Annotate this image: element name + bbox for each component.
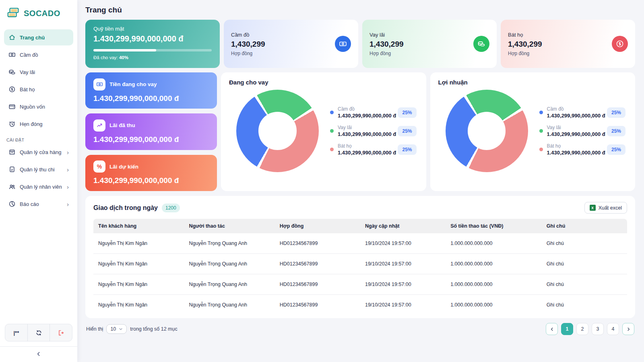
bat-ho-card: Bát họ 1,430,299 Hợp đồng bbox=[501, 20, 635, 68]
chevron-right-icon: › bbox=[67, 167, 69, 173]
card-title: Vay lãi bbox=[369, 32, 404, 38]
table-footer: Hiển thị 10 trong tổng số 12 mục 1 2 3 4 bbox=[86, 323, 634, 335]
receipt-icon bbox=[8, 166, 16, 173]
donut-chart bbox=[446, 90, 528, 172]
table-row[interactable]: Nguyễn Thị Kim NgânNguyễn Trọng Quang An… bbox=[93, 295, 627, 315]
column-header: Ngày cập nhật bbox=[360, 219, 446, 233]
page-size-select[interactable]: 10 bbox=[106, 324, 127, 334]
donut-chart bbox=[236, 90, 319, 172]
trending-up-icon bbox=[93, 119, 105, 132]
chevron-right-icon: › bbox=[67, 149, 69, 155]
sidebar-item-label: Cầm đồ bbox=[20, 52, 38, 58]
change-password-button[interactable]: |** bbox=[5, 324, 27, 341]
chart-legend: Cầm đồ 1.430,299,990,000,000 đ 25% Vay l… bbox=[539, 106, 626, 156]
column-header: Số tiền thao tác (VNĐ) bbox=[446, 219, 542, 233]
storefront-icon bbox=[8, 148, 16, 156]
sidebar-item-hen-dong[interactable]: Hẹn đóng bbox=[4, 116, 73, 132]
sidebar-item-label: Báo cáo bbox=[20, 201, 39, 207]
card-title: Lãi dự kiến bbox=[109, 164, 138, 170]
loaned-label: Đã cho vay: 40% bbox=[93, 55, 212, 60]
sidebar-item-nguon-von[interactable]: Nguồn vốn bbox=[4, 99, 73, 115]
chevron-down-icon bbox=[119, 327, 123, 331]
sidebar-item-label: Vay lãi bbox=[20, 69, 35, 75]
sidebar-item-cam-do[interactable]: Cầm đồ bbox=[4, 47, 73, 63]
brand-logo: SOCADO bbox=[0, 0, 77, 26]
sidebar-item-label: Quản lý cửa hàng bbox=[20, 149, 61, 155]
total-items-label: trong tổng số 12 mục bbox=[130, 326, 177, 332]
alarm-clock-icon bbox=[8, 120, 16, 128]
column-header: Người thao tác bbox=[184, 219, 275, 233]
loi-nhuan-chart-panel: Lợi nhuận Cầm đồ 1.430,299,990,000,000 đ… bbox=[430, 72, 636, 191]
home-icon bbox=[8, 34, 16, 41]
card-value: 1.430,299,990,000,000 đ bbox=[93, 135, 209, 144]
card-title: Lãi đã thu bbox=[109, 122, 135, 128]
stat-cards-row: Quỹ tiền mặt 1.430,299,990,000,000 đ Đã … bbox=[85, 20, 635, 68]
legend-item: Cầm đồ 1.430,299,990,000,000 đ 25% bbox=[330, 106, 417, 119]
chevron-left-icon bbox=[35, 351, 42, 357]
banknote-icon bbox=[93, 78, 105, 90]
sidebar-item-label: Trang chủ bbox=[20, 35, 45, 41]
legend-dot bbox=[330, 111, 334, 114]
wallet-icon bbox=[8, 103, 16, 110]
page-button-2[interactable]: 2 bbox=[576, 323, 588, 335]
tien-dang-cho-vay-card: Tiền đang cho vay 1.430,299,990,000,000 … bbox=[85, 72, 217, 109]
chart-title: Đang cho vay bbox=[229, 79, 418, 86]
sidebar-collapse-button[interactable] bbox=[0, 346, 77, 362]
legend-dot bbox=[539, 129, 543, 133]
transactions-count-badge: 1200 bbox=[162, 204, 180, 212]
banknote-icon bbox=[335, 36, 351, 52]
page-title: Trang chủ bbox=[85, 6, 635, 14]
percent-icon: % bbox=[93, 160, 105, 173]
charts-row: Tiền đang cho vay 1.430,299,990,000,000 … bbox=[85, 72, 635, 191]
sidebar-item-quan-ly-nhan-vien[interactable]: Quản lý nhân viên › bbox=[4, 179, 73, 195]
sidebar-item-bao-cao[interactable]: Báo cáo › bbox=[4, 196, 73, 212]
prev-page-button[interactable] bbox=[546, 323, 558, 335]
sidebar-item-quan-ly-thu-chi[interactable]: Quản lý thu chi › bbox=[4, 161, 73, 177]
sidebar-item-quan-ly-cua-hang[interactable]: Quản lý cửa hàng › bbox=[4, 144, 73, 160]
legend-dot bbox=[539, 148, 543, 151]
main-content: Trang chủ Quỹ tiền mặt 1.430,299,990,000… bbox=[77, 0, 644, 362]
dollar-circle-icon bbox=[8, 86, 16, 93]
percent-badge: 25% bbox=[398, 126, 416, 136]
percent-badge: 25% bbox=[607, 107, 625, 118]
card-unit: Hợp đồng bbox=[508, 51, 542, 56]
sidebar-item-vay-lai[interactable]: Vay lãi bbox=[4, 64, 73, 80]
dang-cho-vay-chart-panel: Đang cho vay Cầm đồ 1.430,299,990,000,00… bbox=[221, 72, 426, 191]
page-size-label: Hiển thị bbox=[86, 326, 103, 332]
transactions-table: Tên khách hàng Người thao tác Hợp đồng N… bbox=[93, 219, 627, 315]
sidebar-item-label: Nguồn vốn bbox=[20, 104, 45, 110]
excel-icon: x bbox=[590, 205, 596, 211]
legend-item: Bát họ 1.430,299,990,000,000 đ 25% bbox=[539, 143, 626, 156]
export-excel-button[interactable]: x Xuất excel bbox=[584, 202, 627, 214]
page-button-3[interactable]: 3 bbox=[592, 323, 604, 335]
table-row[interactable]: Nguyễn Thị Kim NgânNguyễn Trọng Quang An… bbox=[93, 254, 627, 274]
settings-section-label: CÀI ĐẶT bbox=[6, 138, 71, 142]
card-value: 1.430,299,990,000,000 đ bbox=[93, 176, 209, 185]
chevron-right-icon: › bbox=[67, 184, 69, 190]
main-nav: Trang chủ Cầm đồ Vay lãi Bát họ Nguồn vố… bbox=[0, 26, 77, 213]
page-button-4[interactable]: 4 bbox=[607, 323, 619, 335]
table-row[interactable]: Nguyễn Thị Kim NgânNguyễn Trọng Quang An… bbox=[93, 274, 627, 295]
sidebar-item-bat-ho[interactable]: Bát họ bbox=[4, 81, 73, 97]
legend-dot bbox=[330, 148, 334, 151]
lai-du-kien-card: % Lãi dự kiến 1.430,299,990,000,000 đ bbox=[85, 155, 217, 191]
next-page-button[interactable] bbox=[622, 323, 634, 335]
table-row[interactable]: Nguyễn Thị Kim NgânNguyễn Trọng Quang An… bbox=[93, 233, 627, 254]
table-header-row: Tên khách hàng Người thao tác Hợp đồng N… bbox=[93, 219, 627, 233]
dollar-circle-icon bbox=[612, 36, 628, 52]
card-value: 1.430,299,990,000,000 đ bbox=[93, 94, 209, 103]
refresh-button[interactable] bbox=[27, 324, 50, 341]
column-header: Tên khách hàng bbox=[93, 219, 184, 233]
sidebar-item-trang-chu[interactable]: Trang chủ bbox=[4, 29, 73, 45]
legend-item: Cầm đồ 1.430,299,990,000,000 đ 25% bbox=[539, 106, 626, 119]
cash-fund-card: Quỹ tiền mặt 1.430,299,990,000,000 đ Đã … bbox=[85, 20, 220, 68]
pie-chart-icon bbox=[8, 200, 16, 208]
sidebar: SOCADO Trang chủ Cầm đồ Vay lãi Bát họ N… bbox=[0, 0, 77, 362]
logout-button[interactable] bbox=[50, 324, 72, 341]
page-button-1[interactable]: 1 bbox=[561, 323, 573, 335]
transactions-title: Giao dịch trong ngày bbox=[93, 204, 158, 212]
cash-fund-value: 1.430,299,990,000,000 đ bbox=[93, 34, 212, 43]
percent-badge: 25% bbox=[398, 107, 416, 118]
card-value: 1,430,299 bbox=[231, 40, 265, 49]
lai-da-thu-card: Lãi đã thu 1.430,299,990,000,000 đ bbox=[85, 113, 217, 150]
